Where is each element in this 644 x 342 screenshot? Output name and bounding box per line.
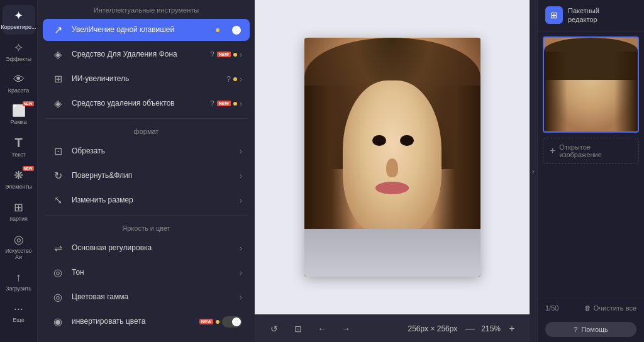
question-icon: ? [210, 50, 214, 59]
chevron-obj: › [240, 99, 242, 108]
bottom-toolbar: ↺ ⊡ ← → 256рх × 256рх — 215% + [255, 314, 530, 342]
face-area [343, 80, 441, 236]
sidebar-item-text[interactable]: T Текст [3, 132, 35, 162]
zoom-in-btn[interactable]: + [504, 321, 519, 336]
right-panel: ⊞ Пакетный редактор + Открытое изображен… [537, 0, 644, 342]
dot-yellow-ai [233, 77, 237, 81]
trash-icon: 🗑 [584, 304, 591, 312]
lips [375, 182, 409, 194]
invert-badges: NEW [199, 316, 242, 328]
sidebar-item-effects-label: Эффекты [6, 56, 31, 63]
sidebar-item-frame[interactable]: NEW ⬜ Рамка [3, 100, 35, 130]
tool-invert[interactable]: ◉ инвертировать цвета NEW [43, 311, 250, 333]
sidebar-item-more[interactable]: ··· Еще [3, 299, 35, 328]
tool-crop[interactable]: ⊡ Обрезать › [43, 140, 250, 162]
basic-adjust-icon: ⇌ [50, 242, 65, 254]
thumbnail-box[interactable] [543, 36, 639, 133]
add-image-btn[interactable]: + Открытое изображение [543, 138, 639, 164]
rotate-icon: ↻ [50, 170, 65, 182]
sidebar-item-effects[interactable]: ✧ Эффекты [3, 37, 35, 67]
dot-yellow-bg [233, 53, 237, 57]
clear-btn[interactable]: 🗑 Очистить все [584, 304, 636, 312]
help-label: Помощь [581, 326, 608, 333]
chevron-ai: › [240, 75, 242, 84]
batch-editor-icon: ⊞ [545, 6, 563, 24]
resize-icon: ⤡ [50, 194, 65, 206]
zoom-out-btn[interactable]: — [462, 321, 477, 336]
tool-resize[interactable]: ⤡ Изменить размер › [43, 189, 250, 211]
copy-btn[interactable]: ⊡ [289, 319, 308, 338]
elements-icon: ❋ [14, 168, 23, 182]
new-badge-bg: NEW [217, 52, 231, 57]
ai-enlarge-icon: ⊞ [50, 73, 65, 85]
question-icon-obj: ? [210, 99, 214, 108]
tool-obj-label: Средство удаления объектов [72, 99, 204, 109]
upload-icon: ↑ [16, 271, 21, 284]
history-btn[interactable]: ↺ [265, 319, 284, 338]
eye-right [400, 135, 414, 146]
help-button[interactable]: ? Помощь [545, 322, 636, 337]
tool-invert-label: инвертировать цвета [72, 317, 193, 327]
tool-obj-remove[interactable]: ◈ Средство удаления объектов ? NEW › [43, 92, 250, 114]
tone-icon: ◎ [50, 267, 65, 279]
tool-tone[interactable]: ◎ Тон › [43, 262, 250, 284]
dimension-display: 256рх × 256рх [408, 324, 458, 333]
add-image-label: Открытое изображение [559, 143, 632, 158]
page-count: 1/50 [545, 304, 558, 312]
undo-btn[interactable]: ← [313, 319, 331, 338]
section-format-header: формат [38, 121, 255, 139]
chevron-basic: › [240, 244, 242, 253]
invert-toggle[interactable] [222, 316, 242, 328]
section-intelligent-header: Интеллектуальные инструменты [38, 0, 255, 18]
tool-crop-label: Обрезать [72, 146, 233, 157]
sidebar-item-beauty-label: Красота [8, 87, 30, 94]
left-sidebar: ✦ Корректиро... ✧ Эффекты 👁 Красота NEW … [0, 0, 38, 342]
right-panel-content: + Открытое изображение [538, 31, 644, 299]
color-gamma-icon: ◎ [50, 291, 65, 303]
redo-btn[interactable]: → [336, 319, 355, 338]
sidebar-item-ai[interactable]: ◎ Искусство Аи [3, 229, 35, 265]
enlarge-toggle[interactable] [222, 25, 242, 36]
canvas-area[interactable] [255, 0, 530, 314]
thumb-hair-r [614, 52, 638, 131]
tool-bg-label: Средство Для Удаления Фона [72, 50, 204, 60]
zoom-level: 215% [481, 324, 501, 333]
sidebar-item-upload-label: Загрузить [6, 285, 31, 292]
sidebar-item-upload[interactable]: ↑ Загрузить [3, 267, 35, 296]
batch-editor-label: Пакетный редактор [568, 6, 599, 25]
effects-icon: ✧ [14, 41, 23, 55]
sidebar-item-correct[interactable]: ✦ Корректиро... [3, 5, 35, 35]
sidebar-item-ai-label: Искусство Аи [5, 248, 33, 262]
sidebar-item-batch[interactable]: ⊞ партия [3, 197, 35, 226]
tool-color-gamma[interactable]: ◎ Цветовая гамма › [43, 286, 250, 308]
obj-remove-icon: ◈ [50, 97, 65, 109]
right-collapse-handle[interactable]: › [530, 0, 537, 342]
tool-color-label: Цветовая гамма [72, 292, 233, 302]
sidebar-item-frame-label: Рамка [10, 119, 26, 126]
tool-basic-adjust[interactable]: ⇌ Основная регулировка › [43, 237, 250, 259]
plus-icon: + [550, 145, 555, 157]
bg-remove-badges: ? NEW › [210, 50, 242, 59]
bg-remove-icon: ◈ [50, 48, 65, 60]
beauty-icon: 👁 [13, 73, 25, 86]
image-container [304, 38, 480, 277]
new-badge-elements: NEW [23, 166, 34, 171]
nose [386, 158, 398, 177]
ai-enlarge-badges: ? › [226, 75, 242, 84]
chevron-tone: › [240, 268, 242, 277]
right-panel-header: ⊞ Пакетный редактор [538, 0, 644, 31]
tool-ai-enlarge[interactable]: ⊞ ИИ-увеличитель ? › [43, 68, 250, 90]
portrait-image [304, 38, 480, 277]
tool-bg-remove[interactable]: ◈ Средство Для Удаления Фона ? NEW › [43, 43, 250, 65]
help-icon: ? [574, 326, 577, 333]
divider-1 [45, 118, 247, 119]
shoulder [304, 229, 480, 277]
thumbnail-image [544, 38, 638, 131]
dot-yellow-obj [233, 102, 237, 106]
tool-rotate[interactable]: ↻ Повернуть&Флип › [43, 165, 250, 187]
tool-enlarge-badges [216, 25, 242, 36]
chevron-crop: › [240, 147, 242, 156]
sidebar-item-beauty[interactable]: 👁 Красота [3, 69, 35, 98]
tool-one-key-enlarge[interactable]: ↗ УвелИчение одной клавишей [43, 19, 250, 41]
sidebar-item-elements[interactable]: NEW ❋ Элементы [3, 165, 35, 194]
